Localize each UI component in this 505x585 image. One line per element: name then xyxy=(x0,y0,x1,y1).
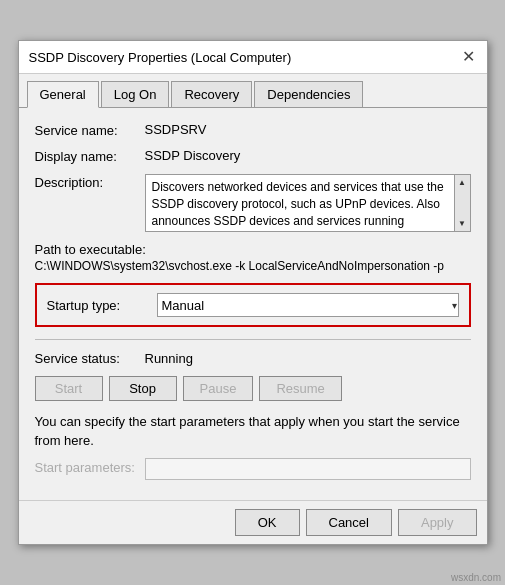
bottom-buttons-bar: OK Cancel Apply xyxy=(19,500,487,544)
scroll-up-icon[interactable]: ▲ xyxy=(456,175,468,190)
stop-button[interactable]: Stop xyxy=(109,376,177,401)
service-name-value: SSDPSRV xyxy=(145,122,471,137)
divider-1 xyxy=(35,339,471,340)
scroll-down-icon[interactable]: ▼ xyxy=(456,216,468,231)
start-params-label: Start parameters: xyxy=(35,459,145,475)
startup-type-select[interactable]: Automatic Automatic (Delayed Start) Manu… xyxy=(157,293,459,317)
pause-button[interactable]: Pause xyxy=(183,376,254,401)
tab-general[interactable]: General xyxy=(27,81,99,108)
tab-logon[interactable]: Log On xyxy=(101,81,170,108)
display-name-value: SSDP Discovery xyxy=(145,148,471,163)
description-text: Discovers networked devices and services… xyxy=(152,180,444,228)
startup-type-box: Startup type: Automatic Automatic (Delay… xyxy=(35,283,471,327)
service-name-label: Service name: xyxy=(35,122,145,138)
path-label: Path to executable: xyxy=(35,242,471,257)
service-status-label: Service status: xyxy=(35,350,145,366)
description-scrollbar[interactable]: ▲ ▼ xyxy=(454,175,470,231)
properties-window: SSDP Discovery Properties (Local Compute… xyxy=(18,40,488,544)
path-value: C:\WINDOWS\system32\svchost.exe -k Local… xyxy=(35,259,471,273)
service-name-row: Service name: SSDPSRV xyxy=(35,122,471,138)
tab-recovery[interactable]: Recovery xyxy=(171,81,252,108)
tab-content: Service name: SSDPSRV Display name: SSDP… xyxy=(19,108,487,499)
ok-button[interactable]: OK xyxy=(235,509,300,536)
tab-dependencies[interactable]: Dependencies xyxy=(254,81,363,108)
startup-type-label: Startup type: xyxy=(47,298,157,313)
cancel-button[interactable]: Cancel xyxy=(306,509,392,536)
startup-type-row: Startup type: Automatic Automatic (Delay… xyxy=(47,293,459,317)
start-button[interactable]: Start xyxy=(35,376,103,401)
window-title: SSDP Discovery Properties (Local Compute… xyxy=(29,50,292,65)
note-text: You can specify the start parameters tha… xyxy=(35,413,471,449)
startup-type-select-wrapper: Automatic Automatic (Delayed Start) Manu… xyxy=(157,293,459,317)
close-button[interactable]: ✕ xyxy=(460,49,477,65)
start-params-input[interactable] xyxy=(145,458,471,480)
apply-button[interactable]: Apply xyxy=(398,509,477,536)
start-params-row: Start parameters: xyxy=(35,458,471,480)
resume-button[interactable]: Resume xyxy=(259,376,341,401)
display-name-label: Display name: xyxy=(35,148,145,164)
title-bar: SSDP Discovery Properties (Local Compute… xyxy=(19,41,487,74)
watermark: wsxdn.com xyxy=(451,572,501,583)
service-status-row: Service status: Running xyxy=(35,350,471,366)
tab-bar: General Log On Recovery Dependencies xyxy=(19,74,487,108)
description-row: Description: Discovers networked devices… xyxy=(35,174,471,232)
display-name-row: Display name: SSDP Discovery xyxy=(35,148,471,164)
service-status-value: Running xyxy=(145,351,471,366)
description-label: Description: xyxy=(35,174,145,190)
action-buttons-row: Start Stop Pause Resume xyxy=(35,376,471,401)
path-row: Path to executable: C:\WINDOWS\system32\… xyxy=(35,242,471,273)
description-box: Discovers networked devices and services… xyxy=(145,174,471,232)
